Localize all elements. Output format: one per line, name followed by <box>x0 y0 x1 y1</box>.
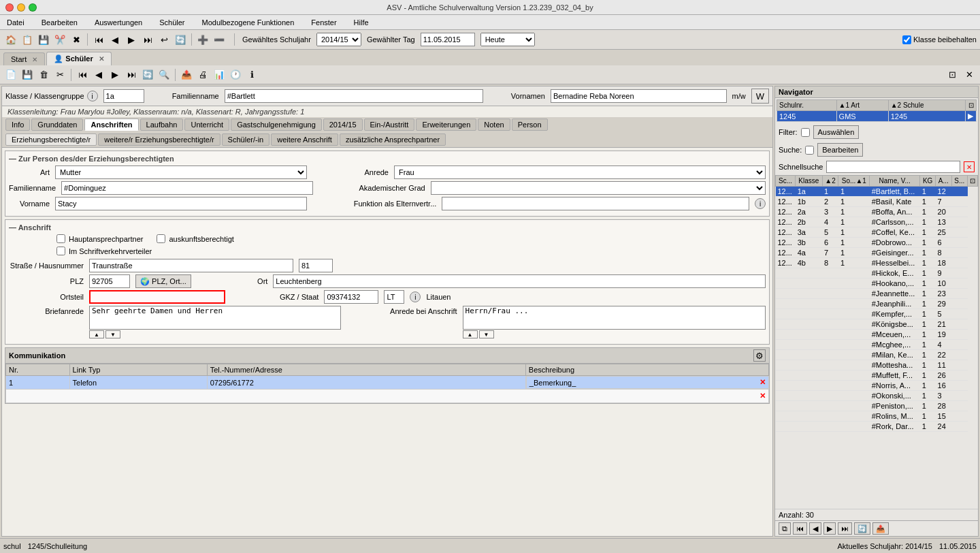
gkz-input[interactable] <box>324 290 378 304</box>
sec-tab-person[interactable]: Person <box>512 118 548 131</box>
nav-btn-export[interactable]: 📤 <box>872 522 889 535</box>
toolbar-icon-5[interactable]: ✖ <box>69 32 84 47</box>
tool-cut[interactable]: ✂ <box>52 67 67 82</box>
tab-schueler-close[interactable]: ✕ <box>99 55 104 63</box>
tool-search[interactable]: 🔍 <box>157 67 172 82</box>
plz-input[interactable] <box>89 274 130 288</box>
nav-list-row[interactable]: 12... 2a 3 1 #Boffa, An... 1 20 <box>776 207 978 217</box>
auskunftsberechtigt-check[interactable]: auskunftsberechtigt <box>157 234 233 243</box>
toolbar-icon-4[interactable]: ✂️ <box>52 32 67 47</box>
list-col-klasse[interactable]: Klasse <box>796 176 822 187</box>
sec-tab-laufbahn[interactable]: Laufbahn <box>140 118 184 131</box>
briefanrede-down[interactable]: ▼ <box>105 330 120 338</box>
suche-checkbox[interactable] <box>805 146 814 155</box>
sec-tab-eintritt[interactable]: Ein-/Austritt <box>364 118 415 131</box>
nav-list-row[interactable]: 12... 3a 5 1 #Coffel, Ke... 1 25 <box>776 227 978 238</box>
sub-tab-erziehung[interactable]: Erziehungsberechtigte/r <box>5 133 97 146</box>
anrede-anschrift-textarea[interactable]: Herrn/Frau ... <box>463 306 766 330</box>
nav-school-row[interactable]: 1245 GMS 1245 ▶ <box>777 111 977 122</box>
tool-delete[interactable]: 🗑 <box>36 67 51 82</box>
info-icon[interactable]: i <box>87 91 98 101</box>
auswaehlen-button[interactable]: Auswählen <box>813 125 860 139</box>
sub-tab-schueler[interactable]: Schüler/-in <box>222 133 270 146</box>
menu-fenster[interactable]: Fenster <box>308 17 340 28</box>
tool-refresh[interactable]: 🔄 <box>140 67 155 82</box>
tool-transfer[interactable]: 📤 <box>179 67 194 82</box>
list-col-expand[interactable]: ⊡ <box>968 176 978 187</box>
anrede-select[interactable]: Frau <box>394 165 766 179</box>
staat-info[interactable]: i <box>410 291 421 302</box>
table-row[interactable]: 1 Telefon 07295/61772 _Bemerkung_ ✕ <box>6 376 769 390</box>
nav-list-row[interactable]: #Milan, Ke... 1 22 <box>776 350 978 360</box>
list-col-a[interactable]: A... <box>936 176 951 187</box>
close-button[interactable] <box>5 3 14 12</box>
person-vorname-input[interactable] <box>55 197 307 210</box>
toolbar-icon-8[interactable]: ▶ <box>124 32 139 47</box>
hauptansprechpartner-checkbox[interactable] <box>56 234 65 243</box>
anrede-anschrift-up[interactable]: ▲ <box>463 330 478 338</box>
nav-list-row[interactable]: #Okonski,... 1 3 <box>776 391 978 401</box>
nav-list-row[interactable]: 12... 4b 8 1 #Hesselbei... 1 18 <box>776 258 978 268</box>
auskunftsberechtigt-checkbox[interactable] <box>157 234 165 243</box>
heute-select[interactable]: Heute <box>480 33 535 46</box>
nav-list-row[interactable]: #Jeannette... 1 23 <box>776 289 978 299</box>
sec-tab-gastschul[interactable]: Gastschulgenehmigung <box>231 118 322 131</box>
funktion-input[interactable] <box>442 197 749 210</box>
list-col-name[interactable]: Name, V... <box>870 176 920 187</box>
nav-list-row[interactable]: #Muffett, F... 1 26 <box>776 370 978 381</box>
nav-btn-first[interactable]: ⏮ <box>793 522 807 535</box>
nav-list-row[interactable]: #Hickok, E... 1 9 <box>776 268 978 279</box>
toolbar-icon-7[interactable]: ◀ <box>108 32 122 47</box>
klasse-beibehalten-check[interactable]: Klasse beibehalten <box>902 35 977 44</box>
nav-list-row[interactable]: #Peniston,... 1 28 <box>776 401 978 411</box>
tool-clock[interactable]: 🕐 <box>228 67 243 82</box>
nav-list-row[interactable]: #Rolins, M... 1 15 <box>776 411 978 422</box>
list-col-so1[interactable]: So...▲1 <box>838 176 870 187</box>
nav-list-row[interactable]: 12... 1b 2 1 #Basil, Kate 1 7 <box>776 197 978 207</box>
toolbar-icon-11[interactable]: 🔄 <box>173 32 188 47</box>
tool-print[interactable]: 🖨 <box>195 67 210 82</box>
nav-list-row[interactable]: #Königsbe... 1 21 <box>776 319 978 330</box>
nav-btn-copy[interactable]: ⧉ <box>779 522 791 535</box>
nav-list-row[interactable]: 12... 4a 7 1 #Geisinger... 1 8 <box>776 248 978 258</box>
tool-filter[interactable]: 📊 <box>212 67 227 82</box>
sub-tab-weitere-erzieh[interactable]: weitere/r Erziehungsberechtigte/r <box>98 133 220 146</box>
bearbeiten-button[interactable]: Bearbeiten <box>817 143 863 157</box>
filter-checkbox[interactable] <box>801 128 810 137</box>
delete-comm-1[interactable]: ✕ <box>760 378 766 387</box>
toolbar-icon-9[interactable]: ⏭ <box>140 32 155 47</box>
hauptansprechpartner-check[interactable]: Hauptansprechpartner <box>56 234 143 243</box>
nav-list-row[interactable]: #Jeanphili... 1 29 <box>776 299 978 309</box>
menu-schueler[interactable]: Schüler <box>156 17 188 28</box>
vorname-input[interactable] <box>551 89 727 103</box>
schuljahr-select[interactable]: 2014/15 <box>316 33 361 46</box>
tool-save[interactable]: 💾 <box>20 67 35 82</box>
nav-list-row[interactable]: #Mottesha... 1 11 <box>776 360 978 370</box>
sec-tab-grunddaten[interactable]: Grunddaten <box>31 118 83 131</box>
sec-tab-anschriften[interactable]: Anschriften <box>84 118 138 131</box>
plz-lookup-button[interactable]: 🌍 PLZ, Ort... <box>135 274 191 288</box>
nav-list-row[interactable]: #Norris, A... 1 16 <box>776 381 978 391</box>
nav-list-row[interactable]: 12... 3b 6 1 #Dobrowo... 1 6 <box>776 238 978 248</box>
nav-list-row[interactable]: #Mceuen,... 1 19 <box>776 330 978 340</box>
tool-nav-first[interactable]: ⏮ <box>75 67 90 82</box>
tab-start-close[interactable]: ✕ <box>32 56 37 63</box>
nav-list-row[interactable]: 12... 2b 4 1 #Carlsson,... 1 13 <box>776 217 978 227</box>
toolbar-icon-6[interactable]: ⏮ <box>91 32 106 47</box>
mw-button[interactable]: W <box>751 89 769 104</box>
staat-code-input[interactable] <box>384 290 404 304</box>
menu-modulbezogene[interactable]: Modulbezogene Funktionen <box>199 17 298 28</box>
funktion-info[interactable]: i <box>755 198 766 209</box>
tool-nav-next[interactable]: ▶ <box>108 67 122 82</box>
sec-tab-erweiterungen[interactable]: Erweiterungen <box>416 118 476 131</box>
nav-list-row[interactable]: #Rork, Dar... 1 24 <box>776 422 978 432</box>
toolbar-icon-10[interactable]: ↩ <box>157 32 172 47</box>
sub-tab-weitere-anschrift[interactable]: weitere Anschrift <box>271 133 338 146</box>
menu-hilfe[interactable]: Hilfe <box>350 17 372 28</box>
schnellsuche-input[interactable] <box>826 161 960 173</box>
hausnr-input[interactable] <box>299 259 333 272</box>
menu-datei[interactable]: Datei <box>3 17 28 28</box>
klasse-input[interactable] <box>103 89 144 103</box>
list-col-s[interactable]: S... <box>951 176 967 187</box>
anrede-anschrift-down[interactable]: ▼ <box>479 330 494 338</box>
